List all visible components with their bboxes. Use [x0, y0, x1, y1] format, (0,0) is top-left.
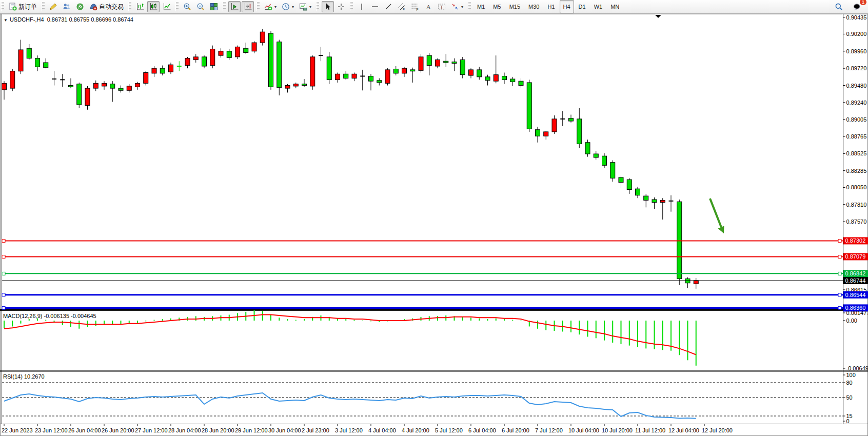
toolbar-grip [175, 2, 179, 11]
indicators-button[interactable]: ▾ [262, 1, 279, 12]
svg-text:2 Jul 23:00: 2 Jul 23:00 [302, 427, 329, 433]
toolbar-grip [257, 2, 260, 11]
hline-handle[interactable] [2, 255, 5, 258]
autotrading-button[interactable]: 自动交易 [87, 1, 126, 12]
hline-handle[interactable] [838, 272, 841, 275]
autotrading-icon [89, 3, 97, 11]
svg-text:22 Jun 2023: 22 Jun 2023 [2, 427, 33, 433]
chevron-down-icon[interactable]: ▾ [461, 5, 463, 9]
vertical-line-icon [358, 3, 366, 11]
hline-handle[interactable] [838, 239, 841, 242]
chevron-down-icon[interactable]: ▼ [4, 18, 8, 23]
zoom-in-button[interactable] [181, 1, 193, 12]
candlestick-chart-button[interactable] [147, 1, 160, 12]
toolbar-group: 自动交易 [46, 0, 127, 13]
hline-handle[interactable] [2, 306, 5, 309]
cursor-icon [324, 3, 332, 11]
vertical-line-button[interactable] [356, 1, 368, 12]
hline-handle[interactable] [838, 293, 841, 296]
chart-shift-button[interactable] [242, 1, 254, 12]
svg-text:27 Jun 12:00: 27 Jun 12:00 [135, 427, 168, 433]
timeframe-m30-button[interactable]: M30 [525, 0, 543, 13]
signals-icon [76, 3, 84, 11]
search-button[interactable] [833, 1, 845, 12]
timeframe-m5-button[interactable]: M5 [489, 0, 504, 13]
toolbar-grip [42, 2, 45, 11]
periods-button[interactable]: ▾ [280, 1, 296, 12]
timeframe-h4-button[interactable]: H4 [560, 0, 574, 13]
label-icon: T [438, 3, 446, 11]
mt4-terminal: { "toolbar": { "groups": [ {"buttons": [… [0, 0, 868, 436]
timeframe-mn-button[interactable]: MN [607, 0, 623, 13]
toolbar-grip [316, 2, 319, 11]
new-order-button[interactable]: 新订单 [7, 1, 39, 12]
tile-windows-button[interactable] [208, 1, 220, 12]
crosshair-icon [337, 3, 345, 11]
hline-handle[interactable] [2, 272, 5, 275]
text-icon: A [424, 3, 432, 11]
svg-text:0.89240: 0.89240 [846, 100, 867, 106]
timeframe-w1-button[interactable]: W1 [590, 0, 606, 13]
zoom-out-button[interactable] [194, 1, 207, 12]
channel-icon: E [398, 3, 406, 11]
toolbar-grip [223, 2, 226, 11]
horizontal-line-button[interactable] [369, 1, 381, 12]
svg-text:4 Jul 04:00: 4 Jul 04:00 [368, 427, 396, 433]
svg-text:0.88050: 0.88050 [846, 184, 867, 190]
chevron-down-icon[interactable]: ▾ [274, 5, 277, 9]
toolbar-button-label: 自动交易 [99, 3, 124, 11]
arrows-button[interactable]: ▾ [449, 1, 465, 12]
chevron-down-icon[interactable]: ▾ [292, 5, 294, 9]
svg-text:6 Jul 20:00: 6 Jul 20:00 [502, 427, 529, 433]
fibonacci-button[interactable]: F [409, 1, 421, 12]
bar-chart-button[interactable] [134, 1, 146, 12]
svg-text:10 Jul 20:00: 10 Jul 20:00 [602, 427, 633, 433]
svg-text:0.86842: 0.86842 [845, 270, 866, 276]
svg-text:0.90200: 0.90200 [846, 31, 867, 37]
timeframe-m1-button[interactable]: M1 [474, 0, 488, 13]
auto-scroll-button[interactable] [228, 1, 241, 12]
timeframe-d1-button[interactable]: D1 [575, 0, 589, 13]
periods-icon [282, 3, 290, 11]
cursor-button[interactable] [322, 1, 334, 12]
toolbar-group: EFAT▾ [354, 0, 467, 13]
candlestick-chart-icon [149, 3, 157, 11]
timeframe-h1-button[interactable]: H1 [544, 0, 558, 13]
svg-text:5 Jul 12:00: 5 Jul 12:00 [435, 427, 463, 433]
svg-text:100: 100 [846, 372, 856, 378]
chart-title: ▼USDCHF-,H4 0.86731 0.86755 0.86696 0.86… [4, 16, 133, 23]
svg-text:-0.006497: -0.006497 [846, 365, 868, 371]
chart-canvas[interactable]: 0.904350.902000.899600.897200.894800.892… [0, 14, 868, 436]
metaeditor-button[interactable] [47, 1, 60, 12]
svg-text:0: 0 [846, 418, 850, 424]
templates-button[interactable]: ▾ [297, 1, 313, 12]
svg-text:0.89960: 0.89960 [846, 48, 867, 54]
community-button[interactable] [61, 1, 73, 12]
trendline-button[interactable] [382, 1, 394, 12]
chevron-down-icon[interactable]: ▾ [309, 5, 311, 9]
signals-button[interactable] [74, 1, 86, 12]
hline-handle[interactable] [2, 239, 5, 242]
fibonacci-icon: F [411, 3, 419, 11]
svg-text:0.86544: 0.86544 [845, 292, 866, 298]
svg-text:6 Jul 04:00: 6 Jul 04:00 [468, 427, 496, 433]
crosshair-button[interactable] [335, 1, 347, 12]
svg-text:0.89005: 0.89005 [846, 116, 867, 123]
svg-text:0.90435: 0.90435 [846, 14, 867, 21]
line-chart-button[interactable] [161, 1, 173, 12]
text-button[interactable]: A [422, 1, 435, 12]
hline-handle[interactable] [838, 306, 841, 309]
svg-text:0.89720: 0.89720 [846, 65, 867, 71]
timeframe-m15-button[interactable]: M15 [506, 0, 524, 13]
notifications-button[interactable]: 1 [851, 1, 863, 12]
svg-text:0.88525: 0.88525 [846, 150, 867, 156]
svg-text:23 Jun 12:00: 23 Jun 12:00 [35, 427, 68, 433]
label-button[interactable]: T [436, 1, 448, 12]
hline-handle[interactable] [838, 255, 841, 258]
top-toolbar: 新订单自动交易▾▾▾EFAT▾M1M5M15M30H1H4D1W1MN1 [0, 0, 868, 14]
channel-button[interactable]: E [396, 1, 408, 12]
svg-text:T: T [440, 5, 443, 10]
hline-handle[interactable] [2, 293, 5, 296]
rsi-indicator-label: RSI(14) 10.2670 [3, 373, 45, 380]
metaeditor-icon [49, 3, 57, 11]
